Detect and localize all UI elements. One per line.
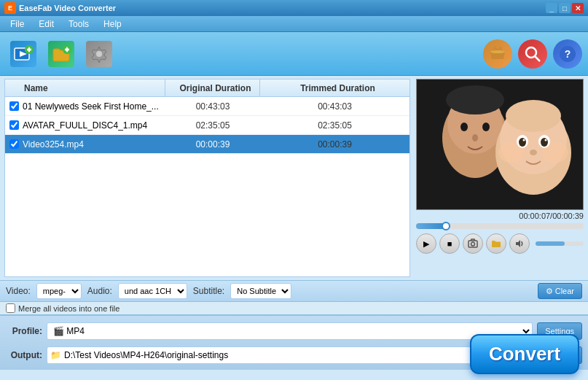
svg-point-21: [472, 134, 478, 141]
download-basket-button[interactable]: [483, 39, 512, 69]
file-list-body: 01 Newlyweds Seek First Home_... 00:43:0…: [5, 97, 409, 276]
menu-edit[interactable]: Edit: [31, 18, 61, 31]
svg-rect-7: [66, 47, 68, 52]
file-name-2: AVATAR_FUULL_DISC4_1.mp4: [20, 120, 165, 131]
clear-button[interactable]: ⚙ Clear: [538, 283, 582, 299]
add-video-icon: [10, 41, 36, 67]
file-list-header: Name Original Duration Trimmed Duration: [5, 80, 409, 97]
file-original-3: 00:00:39: [165, 139, 260, 150]
menu-help[interactable]: Help: [96, 18, 129, 31]
toolbar: ?: [0, 32, 588, 76]
help-button[interactable]: ?: [553, 39, 582, 69]
merge-row: Merge all videos into one file: [0, 302, 588, 315]
preview-controls: ▶ ■: [416, 233, 584, 254]
close-button[interactable]: ✕: [572, 3, 584, 13]
preview-seekbar[interactable]: [416, 223, 584, 229]
audio-label: Audio:: [87, 286, 112, 296]
minimize-button[interactable]: _: [546, 3, 557, 13]
column-trimmed-duration: Trimmed Duration: [260, 80, 409, 96]
svg-point-29: [541, 138, 548, 147]
column-name: Name: [5, 80, 165, 96]
stop-icon: ■: [447, 239, 452, 248]
preview-time-display: 00:00:07/00:00:39: [416, 210, 584, 222]
subtitle-label: Subtitle:: [193, 286, 224, 296]
app-title: EaseFab Video Converter: [19, 4, 116, 12]
svg-point-20: [482, 123, 490, 131]
file-original-2: 02:35:05: [165, 120, 260, 131]
audio-select[interactable]: und aac 1CH: [118, 283, 187, 299]
svg-point-11: [526, 47, 536, 58]
file-name-3: Video3254.mp4: [20, 139, 165, 150]
merge-checkbox[interactable]: [6, 303, 15, 313]
toolbar-right-icons: ?: [483, 39, 582, 69]
settings-button[interactable]: [82, 36, 117, 71]
svg-point-31: [545, 139, 547, 141]
table-row[interactable]: Video3254.mp4 00:00:39 00:00:39: [5, 135, 409, 154]
file-checkbox-1[interactable]: [5, 101, 20, 111]
stop-button[interactable]: ■: [439, 233, 460, 254]
preview-video: [416, 79, 584, 210]
title-bar: E EaseFab Video Converter _ □ ✕: [0, 0, 588, 16]
file-original-1: 00:43:03: [165, 101, 260, 112]
svg-point-10: [490, 50, 505, 53]
svg-point-28: [519, 138, 526, 147]
svg-point-32: [530, 150, 537, 155]
file-list: Name Original Duration Trimmed Duration …: [4, 79, 410, 277]
add-folder-button[interactable]: [44, 36, 79, 71]
app-icon: E: [4, 2, 16, 14]
svg-text:?: ?: [565, 48, 571, 60]
seekbar-thumb[interactable]: [442, 222, 450, 230]
svg-point-18: [446, 85, 504, 115]
folder-inline-icon: 📁: [50, 350, 61, 360]
file-trimmed-3: 00:00:39: [260, 139, 409, 150]
video-select[interactable]: mpeg-: [36, 283, 82, 299]
convert-button[interactable]: Convert: [470, 334, 579, 374]
file-trimmed-2: 02:35:05: [260, 120, 409, 131]
maximize-button[interactable]: □: [559, 3, 571, 13]
file-checkbox-2[interactable]: [5, 120, 20, 130]
table-row[interactable]: AVATAR_FUULL_DISC4_1.mp4 02:35:05 02:35:…: [5, 116, 409, 135]
add-folder-icon: [48, 41, 74, 67]
menu-file[interactable]: File: [3, 18, 31, 31]
play-button[interactable]: ▶: [416, 233, 436, 254]
file-trimmed-1: 00:43:03: [260, 101, 409, 112]
settings-gear-icon: [86, 41, 112, 67]
menu-tools[interactable]: Tools: [61, 18, 96, 31]
svg-point-30: [523, 139, 525, 141]
volume-slider[interactable]: [536, 241, 584, 246]
window-controls: _ □ ✕: [546, 3, 584, 13]
video-label: Video:: [6, 286, 31, 296]
file-checkbox-3[interactable]: [5, 139, 20, 149]
svg-line-12: [535, 56, 540, 61]
output-options-bar: Video: mpeg- Audio: und aac 1CH Subtitle…: [0, 280, 588, 302]
subtitle-select[interactable]: No Subtitle: [230, 283, 291, 299]
screenshot-icon: [468, 239, 478, 249]
folder-icon: [491, 239, 501, 249]
profile-select[interactable]: 🎬 MP4: [47, 322, 533, 340]
screenshot-button[interactable]: [463, 233, 483, 254]
table-row[interactable]: 01 Newlyweds Seek First Home_... 00:43:0…: [5, 97, 409, 116]
merge-label: Merge all videos into one file: [18, 304, 119, 313]
add-video-button[interactable]: [6, 36, 41, 71]
menu-bar: File Edit Tools Help: [0, 16, 588, 32]
volume-icon: [514, 239, 525, 249]
open-folder-button[interactable]: [486, 233, 506, 254]
preview-area: 00:00:07/00:00:39 ▶ ■: [416, 79, 584, 277]
volume-fill: [536, 241, 565, 246]
output-label: Output:: [6, 350, 42, 360]
play-icon: ▶: [423, 239, 429, 249]
file-name-1: 01 Newlyweds Seek First Home_...: [20, 101, 165, 112]
svg-point-19: [460, 123, 468, 131]
svg-point-9: [96, 51, 102, 57]
video-thumbnail: [417, 80, 583, 209]
profile-label: Profile:: [6, 326, 42, 336]
main-area: Name Original Duration Trimmed Duration …: [0, 76, 588, 280]
output-path-text: D:\Test Videos\MP4-H264\original-setting…: [64, 350, 228, 360]
column-original-duration: Original Duration: [165, 80, 260, 96]
svg-point-35: [471, 242, 475, 246]
volume-button[interactable]: [509, 233, 530, 254]
output-path-display: 📁 D:\Test Videos\MP4-H264\original-setti…: [47, 346, 542, 364]
svg-point-33: [506, 100, 561, 132]
svg-rect-4: [28, 47, 30, 52]
search-button[interactable]: [518, 39, 547, 69]
